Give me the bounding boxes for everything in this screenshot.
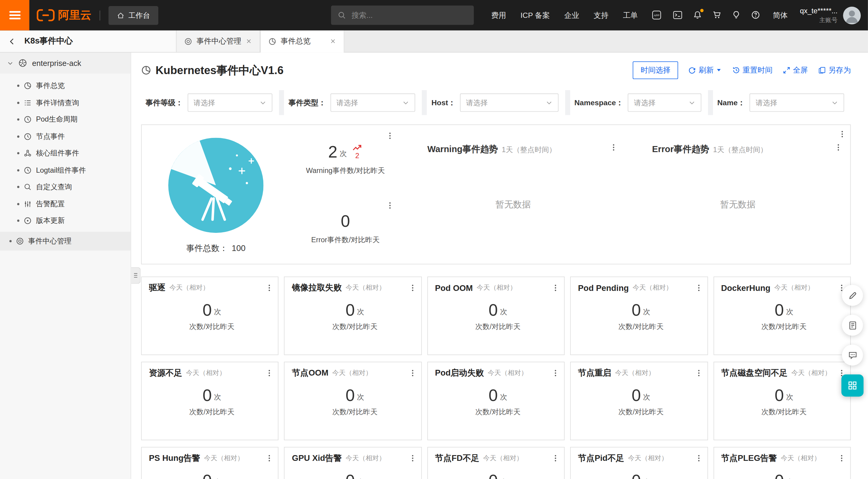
sidebar-item-6[interactable]: 自定义查询	[0, 179, 131, 196]
widget-panel-button[interactable]	[841, 374, 864, 397]
bullet	[17, 203, 19, 205]
card-unit: 次	[643, 307, 650, 318]
hamburger-menu-button[interactable]	[0, 0, 29, 31]
kebab-menu-icon[interactable]	[385, 200, 395, 210]
sidebar-item-label: 自定义查询	[36, 182, 72, 192]
workbench-button[interactable]: 工作台	[108, 6, 158, 25]
sidebar-item-1[interactable]: 事件详情查询	[0, 94, 131, 111]
card-unit: 次	[786, 477, 793, 479]
kebab-menu-icon[interactable]	[693, 453, 704, 464]
filter-select[interactable]: 请选择	[330, 94, 415, 111]
close-icon[interactable]	[246, 38, 252, 44]
kebab-menu-icon[interactable]	[693, 283, 704, 293]
account-info[interactable]: qx_te*****... 主账号	[800, 7, 837, 24]
card-title: Pod启动失败	[435, 368, 484, 378]
kebab-menu-icon[interactable]	[407, 283, 418, 293]
cloudshell-icon[interactable]	[673, 10, 683, 20]
sidebar-item-8[interactable]: 版本更新	[0, 212, 131, 229]
cluster-name: enterprise-ack	[32, 59, 81, 67]
chat-support-button[interactable]	[842, 344, 863, 366]
kebab-menu-icon[interactable]	[264, 453, 275, 464]
app-market-icon[interactable]: APP	[652, 10, 662, 20]
topbar-nav-item-4[interactable]: 工单	[623, 10, 638, 20]
sidebar-item-7[interactable]: 告警配置	[0, 196, 131, 213]
feedback-edit-button[interactable]	[842, 285, 863, 306]
card-subtitle: 今天（相对）	[615, 368, 655, 378]
card-value: 0	[346, 387, 355, 404]
kebab-menu-icon[interactable]	[550, 283, 561, 293]
kebab-menu-icon[interactable]	[407, 453, 418, 464]
help-icon[interactable]	[751, 11, 760, 20]
filter-select[interactable]: 请选择	[460, 94, 558, 111]
error-trend-title: Error事件趋势	[652, 144, 709, 156]
filter-select[interactable]: 请选择	[187, 94, 272, 111]
tab-0[interactable]: 事件中心管理	[176, 31, 260, 52]
select-placeholder: 请选择	[193, 98, 260, 108]
refresh-button[interactable]: 刷新	[688, 65, 722, 75]
notification-bell[interactable]	[693, 11, 702, 20]
kebab-menu-icon[interactable]	[608, 142, 619, 153]
filter-select[interactable]: 请选择	[628, 94, 701, 111]
topbar: 阿里云 工作台 费用ICP 备案企业支持工单 APP 简体 qx_te*****…	[0, 0, 868, 31]
card-title: DockerHung	[721, 283, 770, 293]
kebab-menu-icon[interactable]	[385, 131, 395, 141]
back-button[interactable]	[8, 37, 16, 45]
lightbulb-icon[interactable]	[732, 11, 741, 20]
docs-button[interactable]	[842, 315, 863, 336]
aliyun-logo-icon	[37, 9, 55, 22]
topbar-nav-item-3[interactable]: 支持	[593, 10, 608, 20]
bullet	[17, 220, 19, 222]
warning-trend-title: Warning事件趋势	[427, 144, 498, 156]
fullscreen-button[interactable]: 全屏	[782, 65, 808, 75]
card-value: 0	[489, 387, 498, 404]
stat-card-11: GPU Xid告警 今天（相对） 0 次 次数/对比昨天	[284, 447, 422, 479]
card-caption: 次数/对比昨天	[149, 322, 275, 332]
sidebar-item-event-center-management[interactable]: 事件中心管理	[0, 231, 131, 250]
card-title: 节点PLEG告警	[721, 453, 777, 464]
warning-delta: 2	[352, 144, 363, 160]
sidebar-cluster[interactable]: enterprise-ack	[0, 53, 131, 74]
tab-1[interactable]: 事件总览	[260, 31, 344, 52]
aliyun-logo[interactable]: 阿里云	[37, 8, 91, 23]
kebab-menu-icon[interactable]	[833, 142, 844, 153]
event-total: 事件总数：100	[186, 243, 245, 254]
language-switch[interactable]: 简体	[773, 10, 787, 20]
close-icon[interactable]	[330, 38, 336, 44]
stat-card-7: Pod启动失败 今天（相对） 0 次 次数/对比昨天	[427, 362, 565, 440]
save-as-button[interactable]: 另存为	[818, 65, 851, 75]
filter-select[interactable]: 请选择	[750, 94, 844, 111]
card-value: 0	[775, 387, 784, 404]
bullet	[17, 169, 19, 171]
reset-time-button[interactable]: 重置时间	[732, 65, 773, 75]
kebab-menu-icon[interactable]	[837, 453, 847, 464]
sidebar-item-3[interactable]: 节点事件	[0, 128, 131, 145]
filter-host: Host： 请选择	[422, 90, 565, 115]
topbar-nav-item-1[interactable]: ICP 备案	[521, 10, 550, 20]
card-value: 0	[632, 472, 641, 479]
time-select-button[interactable]: 时间选择	[633, 61, 678, 79]
kebab-menu-icon[interactable]	[264, 283, 275, 293]
global-search[interactable]	[331, 5, 474, 25]
kebab-menu-icon[interactable]	[550, 453, 561, 464]
search-input[interactable]	[350, 10, 467, 20]
card-subtitle: 今天（相对）	[477, 283, 517, 293]
pie-icon	[141, 65, 151, 75]
sidebar-item-5[interactable]: Logtail组件事件	[0, 162, 131, 179]
kebab-menu-icon[interactable]	[550, 368, 561, 378]
sidebar-collapse-handle[interactable]	[131, 267, 141, 284]
chevron-down-icon	[403, 99, 409, 106]
cart-icon[interactable]	[712, 11, 721, 20]
kebab-menu-icon[interactable]	[693, 368, 704, 378]
topbar-nav-item-0[interactable]: 费用	[491, 10, 506, 20]
topbar-nav-item-2[interactable]: 企业	[564, 10, 579, 20]
gear-circle-icon	[16, 237, 24, 245]
sidebar-item-2[interactable]: Pod生命周期	[0, 111, 131, 128]
chevron-down-icon	[7, 60, 13, 66]
sidebar-item-4[interactable]: 核心组件事件	[0, 145, 131, 162]
sidebar-item-0[interactable]: 事件总览	[0, 77, 131, 94]
card-value: 0	[203, 472, 212, 479]
card-value: 0	[203, 302, 212, 319]
kebab-menu-icon[interactable]	[264, 368, 275, 378]
avatar[interactable]	[843, 6, 861, 24]
kebab-menu-icon[interactable]	[407, 368, 418, 378]
